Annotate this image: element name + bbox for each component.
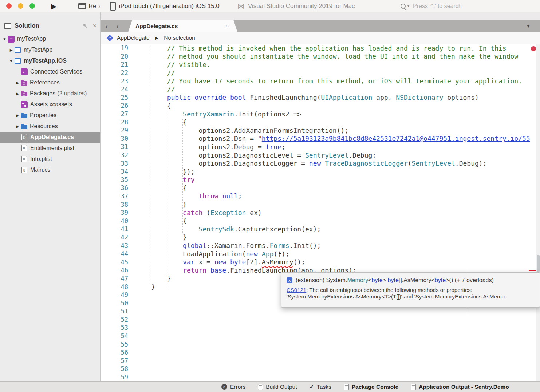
sidebar-item-mytestapp[interactable]: ▶myTestApp: [0, 44, 100, 55]
code-line-52[interactable]: 52: [101, 316, 540, 324]
chevron-right-icon[interactable]: ▶: [8, 48, 14, 52]
zoom-window-button[interactable]: [29, 3, 35, 9]
chevron-right-icon[interactable]: ▶: [15, 124, 21, 128]
run-button[interactable]: ▶: [51, 3, 56, 10]
code-line-56[interactable]: 56: [101, 348, 540, 357]
line-number[interactable]: 34: [101, 168, 128, 175]
line-number[interactable]: 51: [101, 308, 128, 315]
navigate-forward-button[interactable]: ›: [116, 20, 119, 32]
editor-scrollbar[interactable]: [536, 44, 540, 381]
tab-overflow-icon[interactable]: ▼: [526, 24, 531, 29]
code-line-53[interactable]: 53: [101, 324, 540, 332]
sidebar-item-assets-xcassets[interactable]: Assets.xcassets: [0, 99, 100, 110]
line-number[interactable]: 41: [101, 225, 128, 233]
chevron-down-icon[interactable]: ▼: [8, 59, 14, 63]
line-number[interactable]: 23: [101, 78, 128, 85]
line-number[interactable]: 29: [101, 127, 128, 134]
code-editor[interactable]: 19 // This method is invoked when the ap…: [101, 44, 540, 381]
line-number[interactable]: 58: [101, 365, 128, 372]
sidebar-item-references[interactable]: ▶References: [0, 77, 100, 88]
statusbar-item-package-console[interactable]: Package Console: [344, 384, 398, 390]
sidebar-item-appdelegate-cs[interactable]: {}AppDelegate.cs: [0, 132, 100, 143]
line-number[interactable]: 20: [101, 53, 128, 60]
code-line-22[interactable]: 22 //: [101, 69, 540, 77]
sidebar-item-packages[interactable]: ▶Packages(2 updates): [0, 88, 100, 99]
line-number[interactable]: 19: [101, 44, 128, 52]
line-number[interactable]: 48: [101, 283, 128, 290]
line-number[interactable]: 57: [101, 357, 128, 364]
line-number[interactable]: 38: [101, 201, 128, 208]
line-number[interactable]: 59: [101, 373, 128, 381]
search-icon[interactable]: [401, 4, 406, 9]
chevron-right-icon[interactable]: ▶: [15, 92, 21, 96]
line-number[interactable]: 43: [101, 242, 128, 249]
statusbar-item-application-output-sentry-demo[interactable]: Application Output - Sentry.Demo: [411, 384, 509, 390]
line-number[interactable]: 54: [101, 332, 128, 340]
tab-appdelegate[interactable]: AppDelegate.cs ○: [128, 20, 237, 32]
line-number[interactable]: 35: [101, 176, 128, 183]
chevron-down-icon[interactable]: ▼: [1, 37, 8, 41]
sidebar-item-main-cs[interactable]: {}Main.cs: [0, 165, 100, 175]
line-number[interactable]: 25: [101, 94, 128, 101]
code-line-54[interactable]: 54: [101, 332, 540, 340]
line-number[interactable]: 56: [101, 349, 128, 356]
line-number[interactable]: 55: [101, 341, 128, 348]
line-number[interactable]: 33: [101, 160, 128, 167]
sidebar-item-entitlements-plist[interactable]: Entitlements.plist: [0, 143, 100, 154]
line-number[interactable]: 44: [101, 250, 128, 257]
code-line-58[interactable]: 58: [101, 365, 540, 373]
line-number[interactable]: 30: [101, 135, 128, 142]
sidebar-item-resources[interactable]: ▶Resources: [0, 121, 100, 132]
statusbar-item-errors[interactable]: ✕Errors: [221, 384, 245, 390]
sidebar-item-mytestapp-ios[interactable]: ▼myTestApp.iOS: [0, 55, 100, 66]
line-number[interactable]: 31: [101, 143, 128, 150]
line-number[interactable]: 45: [101, 258, 128, 266]
line-number[interactable]: 27: [101, 110, 128, 118]
minimize-window-button[interactable]: [18, 3, 23, 9]
close-window-button[interactable]: [6, 3, 12, 9]
close-icon[interactable]: ✕: [92, 23, 97, 29]
line-number[interactable]: 37: [101, 193, 128, 200]
line-number[interactable]: 21: [101, 61, 128, 68]
line-number[interactable]: 50: [101, 300, 128, 307]
line-number[interactable]: 52: [101, 316, 128, 323]
code-line-24[interactable]: 24 //: [101, 85, 540, 94]
chevron-right-icon[interactable]: ▶: [15, 114, 21, 118]
sidebar-item-info-plist[interactable]: Info.plist: [0, 154, 100, 165]
line-number[interactable]: 46: [101, 266, 128, 274]
line-number[interactable]: 36: [101, 184, 128, 191]
line-number[interactable]: 53: [101, 324, 128, 331]
code-line-23[interactable]: 23 // You have 17 seconds to return from…: [101, 77, 540, 85]
line-number[interactable]: 28: [101, 119, 128, 126]
sidebar-item-properties[interactable]: ▶Properties: [0, 110, 100, 121]
line-number[interactable]: 26: [101, 102, 128, 109]
line-number[interactable]: 24: [101, 86, 128, 93]
sidebar-item-mytestapp[interactable]: ▼≡myTestApp: [0, 33, 100, 44]
code-line-51[interactable]: 51: [101, 307, 540, 316]
code-line-21[interactable]: 21 // visible.: [101, 60, 540, 69]
navigate-back-button[interactable]: ‹: [105, 20, 108, 32]
device-selector[interactable]: iPod touch (7th generation) iOS 15.0: [110, 2, 220, 11]
code-line-55[interactable]: 55: [101, 340, 540, 348]
code-line-19[interactable]: 19 // This method is invoked when the ap…: [101, 44, 540, 52]
statusbar-item-tasks[interactable]: ✓Tasks: [310, 384, 331, 390]
sidebar-item-connected-services[interactable]: ∴Connected Services: [0, 66, 100, 77]
line-number[interactable]: 42: [101, 234, 128, 241]
search-input[interactable]: [412, 3, 516, 10]
line-number[interactable]: 40: [101, 217, 128, 225]
code-line-25[interactable]: 25 public override bool FinishedLaunchin…: [101, 94, 540, 102]
line-number[interactable]: 22: [101, 69, 128, 76]
chevron-right-icon[interactable]: ▶: [15, 81, 21, 85]
line-number[interactable]: 32: [101, 151, 128, 159]
line-number[interactable]: 47: [101, 275, 128, 282]
breadcrumb-class[interactable]: AppDelegate: [117, 35, 150, 41]
code-line-59[interactable]: 59: [101, 373, 540, 381]
code-line-57[interactable]: 57: [101, 357, 540, 365]
statusbar-item-build-output[interactable]: Build Output: [258, 384, 297, 390]
error-code-link[interactable]: CS0121: [287, 287, 306, 293]
build-configuration-selector[interactable]: Re ›: [78, 3, 100, 9]
code-line-20[interactable]: 20 // method you should instantiate the …: [101, 52, 540, 61]
line-number[interactable]: 39: [101, 209, 128, 216]
breadcrumb-member[interactable]: No selection: [164, 35, 195, 41]
pin-icon[interactable]: [82, 23, 88, 29]
